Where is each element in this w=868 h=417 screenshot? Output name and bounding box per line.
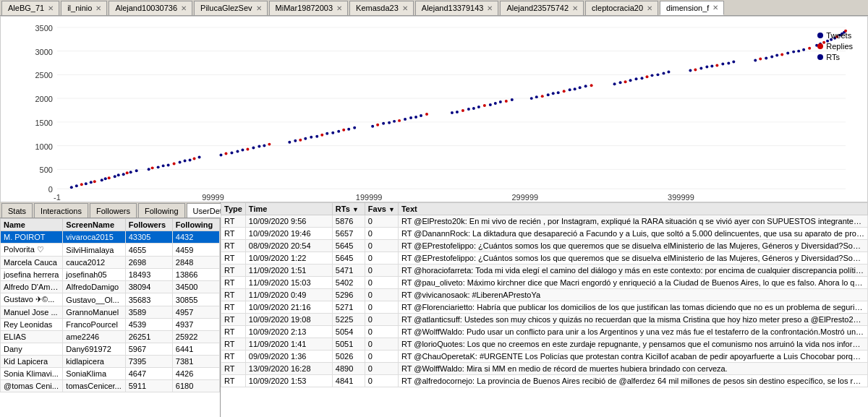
cell-followers: 7395 xyxy=(125,356,172,368)
tweet-type: RT xyxy=(221,338,246,351)
tab-dimension_f[interactable]: dimension_f✕ xyxy=(660,1,724,15)
tab-close-icon[interactable]: ✕ xyxy=(180,4,187,12)
list-item[interactable]: RT 11/09/2020 15:03 5402 0 RT @pau_olive… xyxy=(221,277,868,289)
tab-close-icon[interactable]: ✕ xyxy=(336,4,343,12)
tab-close-icon[interactable]: ✕ xyxy=(571,4,579,12)
tweet-rts: 5471 xyxy=(332,265,365,277)
svg-text:1000: 1000 xyxy=(35,142,52,151)
tab-close-icon[interactable]: ✕ xyxy=(646,4,653,12)
tweet-time: 11/09/2020 0:49 xyxy=(245,289,332,301)
cell-following: 34500 xyxy=(172,281,219,293)
table-row[interactable]: Rey Leonidas FrancoPourcel 4539 4937 xyxy=(1,319,220,331)
col-header-name[interactable]: Name xyxy=(1,219,63,231)
svg-point-91 xyxy=(505,100,508,103)
tab-AleBG_71[interactable]: AleBG_71✕ xyxy=(1,1,59,15)
tweet-favs: 0 xyxy=(365,351,398,363)
tab-close-icon[interactable]: ✕ xyxy=(255,4,263,12)
table-row[interactable]: ELIAS ame2246 26251 25922 xyxy=(1,331,220,343)
tab-MiMar19872003[interactable]: MiMar19872003✕ xyxy=(269,1,349,15)
svg-text:500: 500 xyxy=(40,165,53,174)
nav-tab-interactions[interactable]: Interactions xyxy=(34,203,88,218)
tab-il_ninio[interactable]: il_ninio✕ xyxy=(61,1,107,15)
svg-point-22 xyxy=(75,184,78,187)
list-item[interactable]: RT 10/09/2020 19:46 5657 0 RT @DanannRoc… xyxy=(221,228,868,240)
table-row[interactable]: M. POIROT vivaroca2015 43305 4432 xyxy=(1,231,220,244)
tab-close-icon[interactable]: ✕ xyxy=(47,4,54,12)
table-row[interactable]: Dany Dany691972 5967 6441 xyxy=(1,343,220,356)
svg-point-44 xyxy=(189,158,192,161)
table-row[interactable]: Gustavo ✈©️... Gustavo__Ol... 35683 3085… xyxy=(1,293,220,306)
tweet-time: 11/09/2020 15:03 xyxy=(245,277,332,289)
tab-label: il_ninio xyxy=(67,4,92,12)
col-favs[interactable]: Favs ▼ xyxy=(365,203,398,215)
list-item[interactable]: RT 11/09/2020 1:51 5471 0 RT @horaciofar… xyxy=(221,265,868,277)
tab-bar: AleBG_71✕il_ninio✕Alejand10030736✕Piluca… xyxy=(0,0,868,16)
col-header-screenname[interactable]: ScreenName xyxy=(63,219,125,231)
svg-point-26 xyxy=(93,180,96,183)
list-item[interactable]: RT 11/09/2020 0:49 5296 0 RT @vivicanosa… xyxy=(221,289,868,301)
tab-Alejand23575742[interactable]: Alejand23575742✕ xyxy=(500,1,584,15)
tab-Alejand13379143[interactable]: Alejand13379143✕ xyxy=(415,1,499,15)
tab-close-icon[interactable]: ✕ xyxy=(95,4,102,12)
tweet-type: RT xyxy=(221,351,246,363)
svg-point-43 xyxy=(184,159,187,162)
svg-point-114 xyxy=(662,72,665,74)
list-item[interactable]: RT 10/09/2020 19:08 5225 0 RT @atlantics… xyxy=(221,314,868,326)
svg-point-80 xyxy=(425,113,428,116)
table-row[interactable]: Polvorita ♡ SilviHimalaya 4655 4459 xyxy=(1,244,220,257)
tab-Alejand10030736[interactable]: Alejand10030736✕ xyxy=(109,1,192,15)
followers-table[interactable]: Name ScreenName Followers Following M. P… xyxy=(0,218,220,417)
list-item[interactable]: RT 13/09/2020 16:28 4890 0 RT @WolffWald… xyxy=(221,363,868,375)
list-item[interactable]: RT 10/09/2020 1:53 4841 0 RT @alfredocor… xyxy=(221,375,868,387)
col-header-followers[interactable]: Followers xyxy=(125,219,172,231)
table-row[interactable]: Manuel Jose ... GrannoManuel 3589 4957 xyxy=(1,306,220,319)
cell-followers: 4539 xyxy=(125,319,172,331)
svg-point-31 xyxy=(117,173,120,176)
tweet-rts: 5054 xyxy=(332,326,365,338)
list-item[interactable]: RT 08/09/2020 20:54 5645 0 RT @EPrestofe… xyxy=(221,240,868,252)
nav-tab-followers[interactable]: Followers xyxy=(90,203,137,218)
svg-point-122 xyxy=(721,63,724,66)
list-item[interactable]: RT 10/09/2020 21:16 5271 0 RT @Florencia… xyxy=(221,301,868,314)
table-row[interactable]: Kid Lapicera kidlapicera 7395 7381 xyxy=(1,356,220,368)
list-item[interactable]: RT 10/09/2020 9:56 5876 0 RT @ElPresto20… xyxy=(221,215,868,228)
tweet-time: 10/09/2020 19:08 xyxy=(245,314,332,326)
col-text[interactable]: Text xyxy=(398,203,867,215)
list-item[interactable]: RT 11/09/2020 1:41 5051 0 RT @lorioQuote… xyxy=(221,338,868,351)
svg-point-129 xyxy=(775,54,778,57)
svg-point-121 xyxy=(715,64,718,66)
col-time[interactable]: Time xyxy=(245,203,332,215)
tweet-type: RT xyxy=(221,277,246,289)
list-item[interactable]: RT 09/09/2020 1:36 5026 0 RT @ChauOperet… xyxy=(221,351,868,363)
tab-PilucaGlezSev[interactable]: PilucaGlezSev✕ xyxy=(194,1,268,15)
svg-point-82 xyxy=(456,111,459,113)
tweet-rts: 5225 xyxy=(332,314,365,326)
col-rts[interactable]: RTs ▼ xyxy=(332,203,365,215)
table-row[interactable]: Alfredo D'Amigo AlfredoDamigo 38094 3450… xyxy=(1,281,220,293)
list-item[interactable]: RT 10/09/2020 2:13 5054 0 RT @WolffWaldo… xyxy=(221,326,868,338)
table-row[interactable]: Marcela Cauca cauca2012 2698 2848 xyxy=(1,257,220,269)
cell-following: 4459 xyxy=(172,244,219,257)
tab-close-icon[interactable]: ✕ xyxy=(712,4,719,12)
tab-close-icon[interactable]: ✕ xyxy=(401,4,409,12)
nav-tab-following[interactable]: Following xyxy=(138,203,184,218)
tweet-type: RT xyxy=(221,314,246,326)
table-row[interactable]: josefina herrera josefinah05 18493 13866 xyxy=(1,269,220,281)
svg-text:3000: 3000 xyxy=(35,48,52,56)
tweet-type: RT xyxy=(221,265,246,277)
tweet-favs: 0 xyxy=(365,301,398,314)
nav-tab-stats[interactable]: Stats xyxy=(1,203,33,218)
table-row[interactable]: @tomas Ceni... tomasCenicer... 5911 6180 xyxy=(1,380,220,392)
tweet-rts: 5402 xyxy=(332,277,365,289)
tweet-favs: 0 xyxy=(365,265,398,277)
cell-name: Polvorita ♡ xyxy=(1,244,63,257)
col-header-following[interactable]: Following xyxy=(172,219,219,231)
tweets-table[interactable]: Type Time RTs ▼ Favs ▼ Text RT 10/09/202… xyxy=(221,202,868,417)
tab-cleptocracia20[interactable]: cleptocracia20✕ xyxy=(585,1,658,15)
tab-close-icon[interactable]: ✕ xyxy=(486,4,493,12)
tab-Kemasda23[interactable]: Kemasda23✕ xyxy=(349,1,414,15)
cell-screen: SoniaKlima xyxy=(63,368,125,380)
list-item[interactable]: RT 10/09/2020 1:22 5645 0 RT @EPrestofel… xyxy=(221,252,868,265)
table-row[interactable]: Sonia Klimavi... SoniaKlima 4647 4426 xyxy=(1,368,220,380)
col-type[interactable]: Type xyxy=(221,203,246,215)
